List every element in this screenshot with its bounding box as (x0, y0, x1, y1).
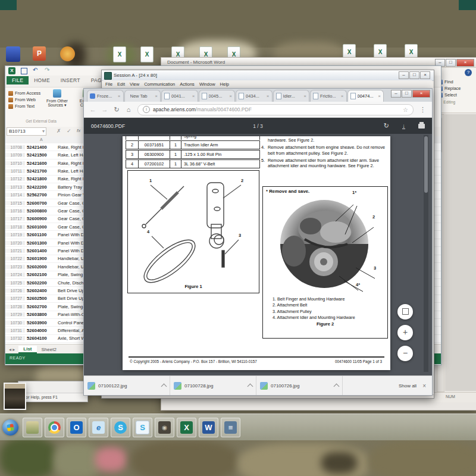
download-chip[interactable]: 07100122.jpg (84, 376, 170, 395)
row-header[interactable]: 10710 (5, 161, 24, 165)
terminal-menu-item[interactable]: Actions (177, 82, 197, 87)
download-chip[interactable]: 07100726.jpg (256, 376, 343, 395)
browser-tab[interactable]: Idler... × (273, 90, 310, 102)
show-all-link[interactable]: Show all (399, 383, 416, 389)
row-header[interactable]: 10723 (5, 265, 24, 269)
part-number-cell[interactable]: 52602100 (24, 272, 58, 277)
taskbar-chrome-icon[interactable] (45, 418, 64, 437)
row-header[interactable]: 10731 (5, 328, 24, 333)
row-header[interactable]: 10720 (5, 241, 24, 245)
row-header[interactable]: 10716 (5, 209, 24, 213)
part-number-cell[interactable]: 52601000 (24, 224, 58, 230)
taskbar-ie-icon[interactable] (89, 418, 108, 437)
sheet-tab[interactable]: List (18, 346, 36, 353)
pdf-rotate-icon[interactable]: ↻ (384, 122, 389, 130)
bookmark-star-icon[interactable]: ☆ (403, 107, 408, 113)
chrome-minimize-button[interactable] (391, 90, 401, 98)
download-menu-chevron-icon[interactable] (334, 384, 340, 390)
terminal-minimize-button[interactable] (399, 71, 409, 79)
terminal-menu-item[interactable]: Edit (115, 82, 127, 87)
formula-cancel-icon[interactable]: ✗ (57, 128, 61, 134)
name-box[interactable]: B10713▾ (7, 127, 46, 136)
part-number-cell[interactable]: 52603900 (24, 320, 58, 325)
browser-tab[interactable]: 0045... × (199, 90, 236, 102)
tab-close-icon[interactable]: × (118, 93, 121, 99)
row-header[interactable]: 10726 (5, 289, 24, 293)
ribbon-item[interactable]: From Access (8, 90, 40, 96)
part-number-cell[interactable]: 52421600 (24, 161, 58, 166)
zoom-in-button[interactable]: + (397, 325, 413, 340)
tab-close-icon[interactable]: × (192, 93, 195, 99)
taskbar-app-icon[interactable] (221, 418, 240, 437)
row-header[interactable]: 10718 (5, 225, 24, 229)
browser-tab[interactable]: Frictio... × (310, 90, 347, 102)
excel-file-icon[interactable] (113, 46, 126, 62)
save-icon[interactable] (21, 68, 27, 74)
browser-tab[interactable]: Froze... × (87, 90, 124, 102)
tab-close-icon[interactable]: × (229, 93, 232, 99)
from-other-sources[interactable]: From OtherSources ▾ (45, 89, 70, 108)
browser-menu-icon[interactable]: ⋮ (417, 106, 428, 114)
row-header[interactable]: 10712 (5, 177, 24, 181)
page-info-icon[interactable]: i (143, 106, 150, 113)
row-header[interactable]: 10727 (5, 296, 24, 300)
tab-close-icon[interactable]: × (303, 93, 306, 99)
powerpoint-icon[interactable]: P (33, 46, 46, 61)
undo-icon[interactable]: ↶ (33, 67, 37, 73)
word-maximize-button[interactable] (446, 59, 456, 67)
row-header[interactable]: 10730 (5, 321, 24, 325)
terminal-menu-item[interactable]: Help (218, 82, 231, 87)
taskbar-outlook-icon[interactable] (67, 418, 86, 437)
download-menu-chevron-icon[interactable] (161, 384, 167, 390)
part-number-cell[interactable]: 52602200 (24, 280, 58, 286)
ribbon-item[interactable]: From Text (8, 104, 40, 109)
taskbar-skype-business-icon[interactable] (133, 418, 152, 437)
row-header[interactable]: 10713 (5, 185, 24, 189)
tab-close-icon[interactable]: × (341, 93, 344, 99)
row-header[interactable]: 10709 (5, 153, 24, 157)
row-header[interactable]: 10711 (5, 169, 24, 173)
formula-enter-icon[interactable]: ✓ (67, 128, 71, 134)
part-number-cell[interactable]: 52604100 (24, 336, 58, 341)
part-number-cell[interactable]: 52600800 (24, 208, 58, 214)
terminal-close-button[interactable] (420, 71, 430, 79)
part-number-cell[interactable]: 52600900 (24, 216, 58, 221)
row-header[interactable]: 10715 (5, 201, 24, 205)
taskbar-photos-icon[interactable] (23, 418, 42, 437)
row-header[interactable]: 10724 (5, 273, 24, 277)
ribbon-item[interactable]: From Web (8, 97, 40, 102)
taskbar-camera-icon[interactable] (155, 418, 174, 437)
part-number-cell[interactable]: 52604000 (24, 328, 58, 333)
row-header[interactable]: 10721 (5, 249, 24, 253)
excel-file-icon[interactable] (140, 46, 154, 62)
part-number-cell[interactable]: 52601100 (24, 232, 58, 237)
row-header[interactable]: 10714 (5, 193, 24, 197)
part-number-cell[interactable]: 52421500 (24, 152, 58, 158)
zoom-out-button[interactable]: − (397, 346, 413, 361)
terminal-menu-item[interactable]: Window (197, 82, 218, 87)
part-number-cell[interactable]: 52421400 (24, 145, 58, 150)
back-icon[interactable]: ← (87, 104, 98, 115)
row-header[interactable]: 10722 (5, 256, 24, 261)
terminal-menu-item[interactable]: File (103, 82, 115, 87)
browser-tab[interactable]: 00474... × (347, 90, 384, 102)
address-bar[interactable]: i apache.ariens.com/manuals/00474600.PDF… (137, 104, 414, 115)
formula-fx-icon[interactable]: fx (77, 128, 80, 133)
part-number-cell[interactable]: 52602500 (24, 296, 58, 301)
row-header[interactable]: 10719 (5, 233, 24, 237)
download-menu-chevron-icon[interactable] (248, 384, 253, 390)
chrome-close-button[interactable] (412, 90, 430, 98)
redo-icon[interactable]: ↷ (45, 67, 49, 73)
pdf-print-icon[interactable] (418, 124, 425, 129)
pdf-scrollbar[interactable] (424, 135, 428, 372)
excel-ribbon-tab[interactable]: INSERT (55, 76, 86, 84)
excel-ribbon-tab[interactable]: HOME (29, 76, 55, 84)
sheet-nav-icons[interactable]: ◂ ▸ (5, 347, 18, 352)
desktop-blue-icon[interactable] (6, 46, 20, 62)
part-number-cell[interactable]: 52600700 (24, 201, 58, 206)
row-header[interactable]: 10729 (5, 312, 24, 317)
row-header[interactable]: 10708 (5, 145, 24, 149)
part-number-cell[interactable]: 52601300 (24, 240, 58, 246)
browser-tab[interactable]: 0434... × (236, 90, 273, 102)
tab-close-icon[interactable]: × (267, 93, 270, 99)
